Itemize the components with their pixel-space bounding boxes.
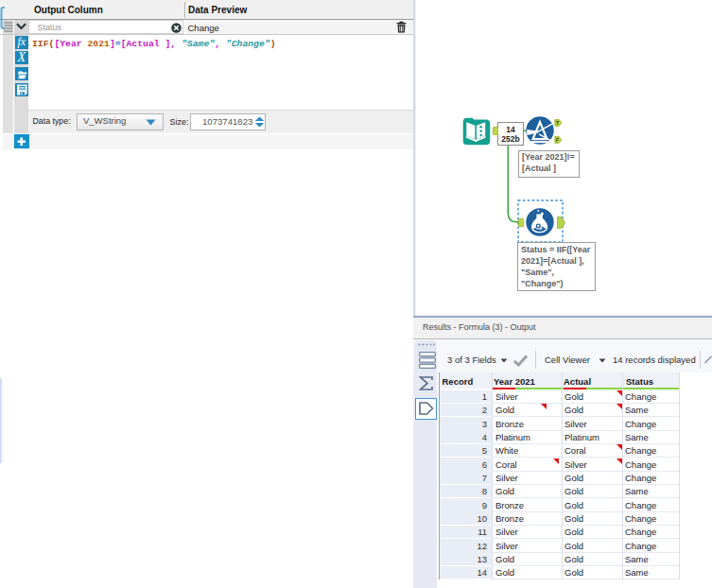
svg-text:T: T <box>556 120 560 126</box>
svg-text:F: F <box>556 137 560 143</box>
